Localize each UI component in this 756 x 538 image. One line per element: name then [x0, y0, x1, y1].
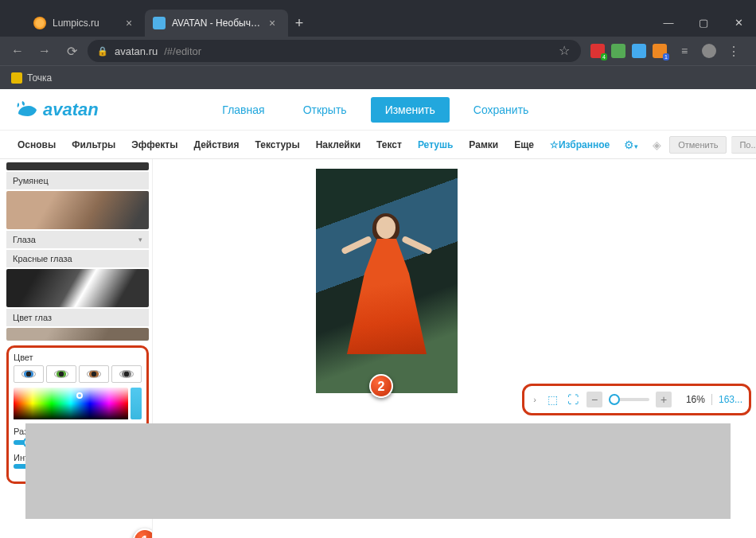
annotation-1: 1: [133, 528, 153, 538]
spectrum-cursor[interactable]: [76, 392, 83, 399]
tool-frames[interactable]: Рамки: [462, 134, 505, 155]
sidebar-section-eyes[interactable]: Глаза ▾: [6, 231, 149, 248]
new-tab-button[interactable]: +: [288, 15, 310, 37]
tab-title: Lumpics.ru: [53, 18, 121, 29]
tool-stickers[interactable]: Наклейки: [310, 134, 367, 155]
fit-width-icon[interactable]: ⬚: [545, 393, 559, 406]
tool-actions[interactable]: Действия: [187, 134, 245, 155]
slider-thumb[interactable]: [609, 394, 620, 405]
eye-preset-brown[interactable]: [79, 365, 109, 383]
sidebar-label-redeyes[interactable]: Красные глаза: [6, 250, 149, 267]
layers-icon[interactable]: ◈: [649, 138, 664, 151]
nav-open[interactable]: Открыть: [289, 97, 361, 123]
app-header: avatan Главная Открыть Изменить Сохранит…: [0, 89, 756, 131]
profile-avatar[interactable]: [702, 44, 716, 58]
tab-title: AVATAN - Необычный Фоторед...: [172, 18, 264, 29]
extension-icon[interactable]: [632, 44, 646, 58]
bookmark-star-icon[interactable]: ☆: [557, 44, 571, 58]
sidebar-label-eyecolor[interactable]: Цвет глаз: [6, 309, 149, 326]
nav-forward-icon[interactable]: →: [33, 44, 56, 58]
whale-icon: [16, 99, 40, 120]
tool-filters[interactable]: Фильтры: [65, 134, 122, 155]
zoom-dimensions[interactable]: 163...: [711, 394, 742, 405]
retouch-thumb[interactable]: [6, 328, 149, 341]
window-minimize[interactable]: —: [651, 9, 686, 37]
bookmark-favicon-icon: [11, 72, 22, 84]
fullscreen-icon[interactable]: ⛶: [566, 393, 580, 406]
tool-text[interactable]: Текст: [370, 134, 408, 155]
extension-icon[interactable]: 1: [653, 44, 667, 58]
url-path: /#/editor: [164, 45, 201, 57]
retouch-thumb[interactable]: [6, 269, 149, 307]
zoom-value: 16%: [678, 394, 705, 405]
annotation-2: 2: [369, 374, 393, 398]
tool-basics[interactable]: Основы: [11, 134, 62, 155]
browser-tab-strip: Lumpics.ru × AVATAN - Необычный Фоторед.…: [0, 0, 756, 37]
photo[interactable]: [316, 169, 458, 393]
undo-button[interactable]: Отменить: [669, 136, 727, 154]
extension-icon[interactable]: 4: [590, 44, 605, 58]
nav-back-icon[interactable]: ←: [6, 44, 29, 58]
retouch-thumb[interactable]: [6, 191, 149, 229]
retouch-thumb[interactable]: [6, 162, 149, 170]
logo[interactable]: avatan: [16, 99, 99, 120]
extension-icon[interactable]: [611, 44, 625, 58]
bookmarks-bar: Точка: [0, 65, 756, 89]
window-close[interactable]: ✕: [721, 9, 756, 37]
zoom-slider[interactable]: [609, 398, 649, 401]
nav-save[interactable]: Сохранить: [459, 97, 544, 123]
nav-home[interactable]: Главная: [208, 97, 279, 123]
color-preview[interactable]: [131, 388, 142, 419]
favicon-icon: [33, 17, 46, 29]
browser-toolbar: ← → ⟳ 🔒 avatan.ru/#/editor ☆ 4 1 ≡ ⋮: [0, 37, 756, 65]
favicon-icon: [153, 17, 166, 29]
browser-tab-inactive[interactable]: Lumpics.ru ×: [25, 10, 145, 37]
tool-favorites[interactable]: ☆Избранное: [544, 134, 616, 155]
close-icon[interactable]: ×: [126, 18, 137, 29]
bookmark-item[interactable]: Точка: [11, 72, 52, 84]
color-spectrum[interactable]: [14, 388, 128, 419]
tool-effects[interactable]: Эффекты: [125, 134, 184, 155]
tool-retouch[interactable]: Ретушь: [411, 134, 459, 155]
eye-preset-green[interactable]: [46, 365, 76, 383]
zoom-bar: › ⬚ ⛶ − + 16% 163...: [522, 384, 751, 415]
sidebar-label-blush[interactable]: Румянец: [6, 172, 149, 189]
redo-button[interactable]: По...: [731, 136, 756, 154]
zoom-in-icon[interactable]: +: [656, 392, 672, 407]
panel-title: Цвет: [14, 353, 142, 362]
chevron-down-icon: ▾: [138, 236, 142, 244]
reading-list-icon[interactable]: ≡: [673, 45, 696, 57]
page-shadow: [25, 423, 731, 519]
editor-toolbar: Основы Фильтры Эффекты Действия Текстуры…: [0, 131, 756, 159]
address-bar[interactable]: 🔒 avatan.ru/#/editor ☆: [88, 40, 581, 62]
lock-icon: 🔒: [97, 46, 108, 57]
eye-preset-gray[interactable]: [111, 365, 142, 383]
logo-text: avatan: [43, 99, 99, 120]
browser-menu-icon[interactable]: ⋮: [723, 44, 745, 59]
tool-textures[interactable]: Текстуры: [249, 134, 306, 155]
url-host: avatan.ru: [115, 45, 158, 57]
window-maximize[interactable]: ▢: [686, 9, 721, 37]
bookmark-label: Точка: [27, 72, 52, 84]
tool-more[interactable]: Еще: [508, 134, 540, 155]
zoom-out-icon[interactable]: −: [586, 392, 602, 407]
nav-edit[interactable]: Изменить: [371, 97, 450, 123]
nav-reload-icon[interactable]: ⟳: [60, 44, 83, 59]
eye-preset-blue[interactable]: [14, 365, 44, 383]
close-icon[interactable]: ×: [269, 18, 280, 29]
gear-icon[interactable]: ⚙▾: [619, 138, 643, 151]
chevron-right-icon[interactable]: ›: [531, 395, 539, 404]
browser-tab-active[interactable]: AVATAN - Необычный Фоторед... ×: [145, 10, 288, 37]
